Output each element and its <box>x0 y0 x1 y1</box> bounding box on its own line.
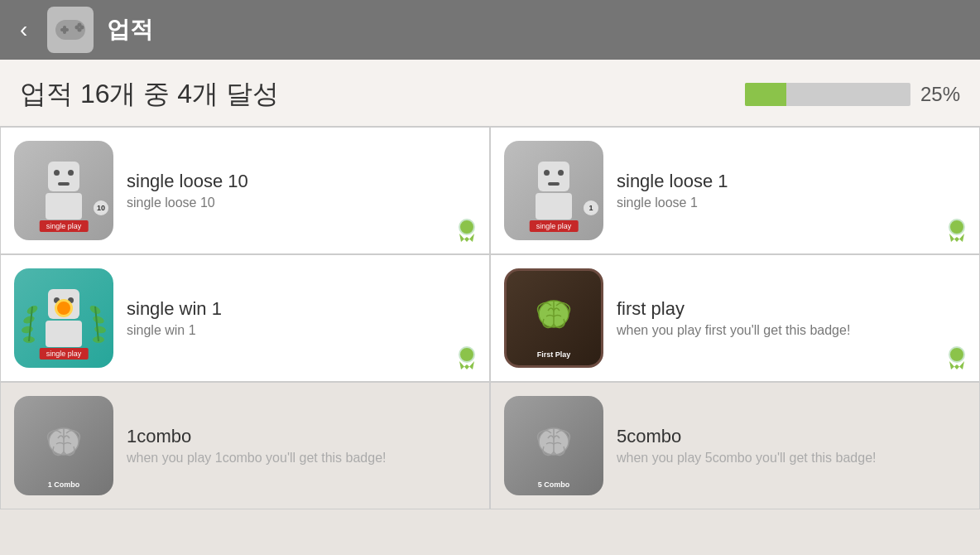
ribbon-icon <box>948 346 966 369</box>
svg-point-11 <box>952 222 962 232</box>
svg-point-8 <box>462 222 472 232</box>
svg-point-15 <box>21 326 33 334</box>
page-title: 업적 <box>107 14 153 46</box>
achievement-card: 1 single play single loose 1 single loos… <box>490 127 980 254</box>
header-icon <box>47 7 94 53</box>
achievement-desc: when you play 1combo you'll get this bad… <box>127 451 476 466</box>
ribbon-icon <box>948 219 966 242</box>
progress-title: 업적 16개 중 4개 달성 <box>20 76 279 113</box>
achievement-name: single win 1 <box>127 298 476 320</box>
svg-point-24 <box>462 350 472 360</box>
achievement-grid: 10 single play single loose 10 single lo… <box>0 126 980 509</box>
badge-image: 1 single play <box>504 141 603 240</box>
achievement-name: 5combo <box>617 426 966 447</box>
svg-point-20 <box>94 326 106 334</box>
progress-bar-fill <box>745 83 786 106</box>
achievement-text: 5combo when you play 5combo you'll get t… <box>617 426 966 466</box>
svg-point-6 <box>78 28 82 32</box>
svg-point-5 <box>78 23 82 27</box>
svg-point-14 <box>22 315 36 325</box>
achievement-name: single loose 10 <box>127 171 476 192</box>
badge-image: 1 Combo <box>14 396 113 495</box>
achievement-card: 10 single play single loose 10 single lo… <box>0 127 490 254</box>
achievement-text: single loose 10 single loose 10 <box>127 171 476 210</box>
progress-percent: 25% <box>920 83 960 106</box>
achievement-text: 1combo when you play 1combo you'll get t… <box>127 426 476 466</box>
ribbon-icon <box>458 346 476 369</box>
badge-image: 5 Combo <box>504 396 603 495</box>
achievement-desc: when you play 5combo you'll get this bad… <box>617 451 966 466</box>
achievement-card: First Play first play when you play firs… <box>490 254 980 382</box>
header: ‹ 업적 <box>0 0 980 60</box>
progress-bar-container: 25% <box>745 83 960 106</box>
achievement-card: 1 Combo 1combo when you play 1combo you'… <box>0 382 490 509</box>
back-button[interactable]: ‹ <box>13 13 34 46</box>
achievement-desc: single win 1 <box>127 323 476 338</box>
achievement-card: single play single win 1 single win 1 <box>0 254 490 382</box>
gamepad-icon <box>54 15 87 45</box>
achievement-text: single win 1 single win 1 <box>127 298 476 338</box>
badge-image: 10 single play <box>14 141 113 240</box>
achievement-name: 1combo <box>127 426 476 447</box>
svg-rect-2 <box>63 26 66 34</box>
achievement-desc: single loose 10 <box>127 195 476 210</box>
svg-point-29 <box>952 350 962 360</box>
progress-section: 업적 16개 중 4개 달성 25% <box>0 60 980 126</box>
achievement-text: single loose 1 single loose 1 <box>617 171 966 210</box>
badge-image: First Play <box>504 268 603 368</box>
achievement-card: 5 Combo 5combo when you play 5combo you'… <box>490 382 980 509</box>
achievement-text: first play when you play first you'll ge… <box>617 298 966 338</box>
progress-bar-background <box>745 83 910 106</box>
achievement-desc: single loose 1 <box>617 195 966 210</box>
ribbon-icon <box>458 219 476 242</box>
svg-point-19 <box>92 315 105 325</box>
badge-image: single play <box>14 268 113 368</box>
achievement-name: single loose 1 <box>617 171 966 192</box>
achievement-desc: when you play first you'll get this badg… <box>617 323 966 338</box>
achievement-name: first play <box>617 298 966 320</box>
